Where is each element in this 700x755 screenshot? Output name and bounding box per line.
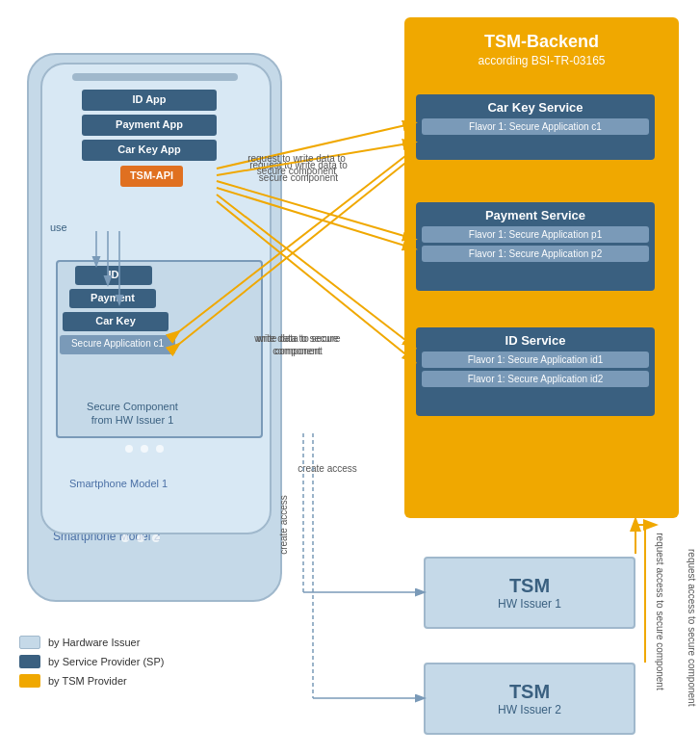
dot5 — [137, 534, 144, 542]
dot1 — [125, 445, 133, 453]
car-key-service-box: Car Key Service Flavor 1: Secure Applica… — [416, 94, 655, 160]
tsm-hw1-title: TSM — [509, 575, 550, 597]
id-service-flavor1: Flavor 1: Secure Application id1 — [422, 351, 649, 368]
payment-service-flavor2: Flavor 1: Secure Application p2 — [422, 246, 649, 262]
write-label-overlay: write data to securecomponent — [239, 332, 354, 357]
legend-label-hw: by Hardware Issuer — [48, 637, 140, 648]
car-key-app-box: Car Key App — [82, 140, 217, 161]
secure-component-label: Secure Component from HW Issuer 1 — [67, 400, 197, 428]
dot3 — [156, 445, 164, 453]
tsm-hw1-box: TSM HW Issuer 1 — [424, 557, 635, 629]
id-service-box: ID Service Flavor 1: Secure Application … — [416, 327, 655, 416]
legend-box-sp — [19, 655, 40, 668]
tsm-backend-title: TSM-Backend — [414, 27, 669, 52]
payment-service-title: Payment Service — [422, 208, 649, 222]
dot2 — [141, 445, 148, 453]
legend-item-sp: by Service Provider (SP) — [19, 655, 164, 668]
legend: by Hardware Issuer by Service Provider (… — [19, 636, 164, 688]
id-service-flavor2: Flavor 1: Secure Application id2 — [422, 371, 649, 387]
request-label-overlay: request to write data tosecure component — [239, 152, 354, 177]
tsm-hw2-sub: HW Issuer 2 — [498, 703, 561, 716]
create-access-label: create access — [294, 462, 361, 475]
legend-item-hw: by Hardware Issuer — [19, 636, 164, 649]
legend-item-tsm: by TSM Provider — [19, 674, 164, 688]
legend-label-sp: by Service Provider (SP) — [48, 656, 164, 667]
legend-label-tsm: by TSM Provider — [48, 675, 127, 687]
tsm-hw2-title: TSM — [509, 681, 550, 703]
dot6 — [152, 534, 160, 542]
use-label: use — [50, 221, 67, 233]
id-app-box: ID App — [82, 90, 217, 111]
sc-payment: Payment — [69, 289, 156, 308]
tsm-hw2-box: TSM HW Issuer 2 — [424, 663, 635, 735]
sc-id: ID — [75, 266, 152, 285]
tsm-backend-subtitle: according BSI-TR-03165 — [414, 54, 669, 67]
diagram-container: Smartphone Model 2 Smartphone Model 1 ID… — [0, 0, 700, 755]
phone-top-bar — [72, 73, 238, 81]
sc-secapp-c1: Secure Application c1 — [60, 335, 175, 354]
tsm-hw1-sub: HW Issuer 1 — [498, 597, 561, 611]
phone-dots-model2 — [121, 534, 160, 542]
phone-dots-model1 — [125, 445, 164, 453]
legend-box-hw — [19, 636, 40, 649]
request-access-label: request access to secure component — [640, 549, 698, 706]
car-key-service-flavor1: Flavor 1: Secure Application c1 — [422, 118, 649, 135]
payment-service-flavor1: Flavor 1: Secure Application p1 — [422, 226, 649, 243]
payment-app-box: Payment App — [82, 115, 217, 136]
id-service-title: ID Service — [422, 333, 649, 348]
sc-carkey: Car Key — [63, 312, 169, 331]
payment-service-box: Payment Service Flavor 1: Secure Applica… — [416, 202, 655, 291]
tsm-api-box: TSM-API — [120, 166, 183, 187]
dot4 — [121, 534, 129, 542]
smartphone-model1-label: Smartphone Model 1 — [69, 478, 168, 489]
legend-box-tsm — [19, 674, 40, 688]
car-key-service-title: Car Key Service — [422, 100, 649, 115]
